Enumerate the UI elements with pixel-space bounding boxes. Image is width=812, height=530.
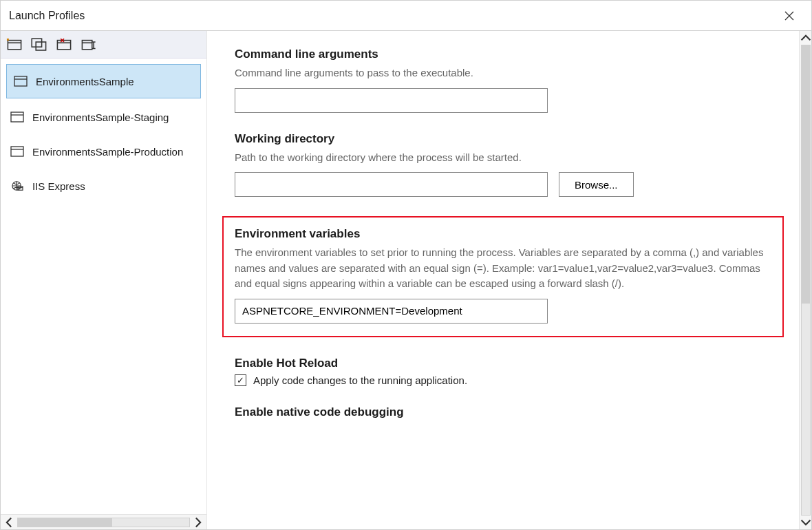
working-dir-section: Working directory Path to the working di… bbox=[235, 132, 771, 198]
hot-reload-checkbox[interactable] bbox=[235, 374, 246, 386]
titlebar: Launch Profiles bbox=[1, 1, 811, 31]
form-area: Command line arguments Command line argu… bbox=[207, 31, 799, 529]
native-debug-title: Enable native code debugging bbox=[235, 405, 771, 419]
scrollbar-thumb[interactable] bbox=[18, 518, 112, 527]
scroll-down-arrow-icon[interactable] bbox=[800, 517, 811, 528]
close-icon bbox=[784, 11, 794, 21]
scroll-up-arrow-icon[interactable] bbox=[800, 32, 811, 43]
env-vars-title: Environment variables bbox=[235, 227, 771, 241]
duplicate-profile-button[interactable] bbox=[31, 36, 47, 53]
svg-rect-7 bbox=[11, 147, 23, 156]
new-profile-icon bbox=[6, 38, 23, 51]
close-button[interactable] bbox=[776, 1, 803, 31]
profile-item-label: IIS Express bbox=[32, 180, 85, 192]
command-line-input[interactable] bbox=[235, 88, 548, 113]
profile-item-label: EnvironmentsSample-Staging bbox=[32, 112, 169, 123]
working-dir-input[interactable] bbox=[235, 172, 548, 197]
svg-rect-5 bbox=[14, 76, 27, 86]
hot-reload-section: Enable Hot Reload Apply code changes to … bbox=[235, 357, 771, 386]
scrollbar-thumb[interactable] bbox=[802, 45, 810, 304]
scroll-right-arrow-icon[interactable] bbox=[193, 517, 204, 528]
profile-item-staging[interactable]: EnvironmentsSample-Staging bbox=[1, 100, 206, 134]
env-vars-input[interactable] bbox=[235, 299, 548, 324]
scroll-left-arrow-icon[interactable] bbox=[3, 517, 14, 528]
command-line-section: Command line arguments Command line argu… bbox=[235, 47, 771, 113]
vertical-scrollbar[interactable] bbox=[799, 31, 811, 529]
sidebar: EnvironmentsSample EnvironmentsSample-St… bbox=[1, 31, 207, 529]
env-vars-desc: The environment variables to set prior t… bbox=[235, 245, 771, 292]
working-dir-title: Working directory bbox=[235, 132, 771, 146]
scrollbar-track[interactable] bbox=[801, 45, 811, 516]
command-line-title: Command line arguments bbox=[235, 47, 771, 61]
profile-list: EnvironmentsSample EnvironmentsSample-St… bbox=[1, 59, 206, 514]
svg-rect-6 bbox=[11, 112, 23, 122]
svg-rect-2 bbox=[36, 42, 45, 50]
duplicate-profile-icon bbox=[31, 38, 47, 51]
content-area: EnvironmentsSample EnvironmentsSample-St… bbox=[1, 31, 811, 529]
delete-profile-icon bbox=[56, 38, 72, 51]
sidebar-horizontal-scrollbar[interactable] bbox=[1, 514, 206, 529]
hot-reload-title: Enable Hot Reload bbox=[235, 357, 771, 370]
sidebar-toolbar bbox=[1, 31, 206, 59]
env-vars-section: Environment variables The environment va… bbox=[235, 227, 771, 324]
profile-item-label: EnvironmentsSample-Production bbox=[32, 146, 183, 158]
browse-button[interactable]: Browse... bbox=[559, 172, 634, 197]
svg-rect-1 bbox=[32, 39, 41, 47]
globe-icon bbox=[10, 180, 24, 191]
window-icon bbox=[14, 76, 28, 87]
scrollbar-track[interactable] bbox=[17, 518, 190, 527]
new-profile-button[interactable] bbox=[6, 36, 23, 53]
profile-item-iis-express[interactable]: IIS Express bbox=[1, 169, 206, 203]
profile-item-environmentssample[interactable]: EnvironmentsSample bbox=[6, 64, 201, 98]
window-icon bbox=[10, 112, 24, 123]
window-title: Launch Profiles bbox=[9, 10, 85, 22]
profile-item-production[interactable]: EnvironmentsSample-Production bbox=[1, 134, 206, 169]
env-vars-highlight: Environment variables The environment va… bbox=[222, 216, 784, 337]
main-panel: Command line arguments Command line argu… bbox=[207, 31, 811, 529]
native-debug-section: Enable native code debugging bbox=[235, 405, 771, 419]
working-dir-desc: Path to the working directory where the … bbox=[235, 150, 771, 166]
rename-profile-button[interactable] bbox=[81, 36, 97, 53]
window-icon bbox=[10, 146, 24, 157]
hot-reload-checkbox-label: Apply code changes to the running applic… bbox=[253, 374, 467, 386]
rename-profile-icon bbox=[81, 38, 97, 51]
delete-profile-button[interactable] bbox=[56, 36, 72, 53]
command-line-desc: Command line arguments to pass to the ex… bbox=[235, 65, 771, 81]
profile-item-label: EnvironmentsSample bbox=[36, 76, 134, 87]
svg-rect-0 bbox=[8, 41, 21, 50]
svg-rect-4 bbox=[82, 41, 92, 50]
